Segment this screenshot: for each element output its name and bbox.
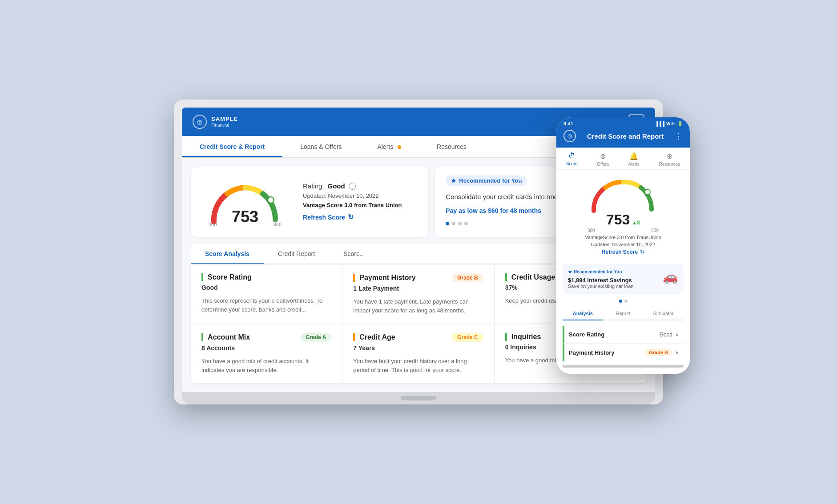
score-rating-desc: This score represents your creditworthin… <box>201 296 331 314</box>
account-mix-item: Account Mix Grade A 8 Accounts You have … <box>191 324 342 383</box>
payment-history-item: Payment History Grade B 1 Late Payment Y… <box>342 264 494 324</box>
mobile-alerts-icon: 🔔 <box>629 152 638 160</box>
mobile-nav-resources[interactable]: ⊕ Resources <box>659 152 680 167</box>
mobile-refresh-icon: ↻ <box>640 249 644 255</box>
mobile-car-icon: 🚗 <box>663 269 678 289</box>
mobile-status-icons: ▐▐▐ WiFi 🔋 <box>655 121 683 126</box>
mobile-more-icon[interactable]: ⋮ <box>675 131 683 141</box>
mobile-tab-report[interactable]: Report <box>603 307 644 320</box>
brand-logo-icon: ◎ <box>193 115 207 129</box>
score-rating-title-wrapper: Score Rating <box>201 273 252 281</box>
mobile-header: ◎ Credit Score and Report ⋮ <box>556 126 690 148</box>
score-rating-header: Score Rating <box>201 273 331 281</box>
mobile-body: 753 ▲8 300 850 VantageScore 3.0 from Tra… <box>556 170 690 374</box>
mobile-tab-analysis[interactable]: Analysis <box>563 307 603 320</box>
tab-resources[interactable]: Resources <box>419 136 484 157</box>
tab-loans-offers[interactable]: Loans & Offers <box>282 136 359 157</box>
vantage-source: Trans Union <box>368 202 402 208</box>
svg-point-3 <box>268 197 274 203</box>
mobile-payment-history-right: Grade B ∨ <box>644 349 679 356</box>
mobile-payment-grade: Grade B <box>644 349 672 356</box>
mobile-nav-offers[interactable]: ⊗ Offers <box>597 152 609 167</box>
mobile-tab-simulator[interactable]: Simulator <box>643 307 684 320</box>
mobile-score-rating-label: Score Rating <box>569 331 604 338</box>
refresh-icon: ↻ <box>348 213 354 221</box>
inquiries-title-wrapper: Inquiries <box>505 333 541 341</box>
mobile-score-rating-chevron-icon: ∨ <box>675 332 679 338</box>
brand-name: SAMPLE <box>211 116 238 123</box>
carousel-dot-4[interactable] <box>464 222 468 225</box>
payment-history-title: Payment History <box>359 274 415 281</box>
account-mix-title-wrapper: Account Mix <box>201 333 250 341</box>
credit-age-title-wrapper: Credit Age <box>353 333 395 341</box>
mobile-home-bar <box>563 365 684 368</box>
mobile-nav: ⏱ Score ⊗ Offers 🔔 Alerts ⊕ Resources <box>556 148 690 170</box>
credit-score-gauge: 300 850 753 <box>205 177 285 226</box>
mobile-max-label: 850 <box>651 228 659 233</box>
battery-icon: 🔋 <box>677 121 683 126</box>
account-mix-header: Account Mix Grade A <box>201 333 331 342</box>
payment-history-desc: You have 1 late payment. Late payments c… <box>353 297 483 315</box>
credit-age-value: 7 Years <box>353 344 483 352</box>
alert-dot-icon <box>398 145 401 149</box>
mobile-payment-history-item[interactable]: Payment History Grade B ∨ <box>563 344 684 361</box>
mobile-gauge: 753 ▲8 300 850 VantageScore 3.0 from Tra… <box>563 176 684 260</box>
mobile-title: Credit Score and Report <box>576 132 675 140</box>
refresh-score-button[interactable]: Refresh Score ↻ <box>303 213 402 221</box>
mobile-dot-2[interactable] <box>624 300 628 303</box>
sub-tab-score-simulator[interactable]: Score... <box>329 244 379 264</box>
carousel-dot-3[interactable] <box>458 222 462 225</box>
mobile-score-rating-right: Good ∨ <box>660 332 679 338</box>
rating-row: Rating: Good i <box>303 182 402 190</box>
mobile-offers-icon: ⊗ <box>600 152 606 160</box>
mobile-rec-badge: ★ Recommended for You <box>568 269 658 274</box>
score-rating-value: Good <box>201 284 331 291</box>
mobile-score-icon: ⏱ <box>568 152 575 160</box>
rating-value: Good <box>328 182 345 190</box>
carousel-dot-2[interactable] <box>452 222 455 225</box>
recommended-cta-link[interactable]: Pay as low as $60 for 48 months <box>446 207 541 214</box>
mobile-rec-title: $1,894 Interest Savings <box>568 277 658 284</box>
vantage-text: Vantage Score 3.0 from Trans Union <box>303 202 402 208</box>
mobile-gauge-svg <box>588 176 659 216</box>
gauge-min-label: 300 <box>209 222 217 227</box>
account-mix-desc: You have a good mix of credit accounts. … <box>201 357 331 374</box>
sub-tab-score-analysis[interactable]: Score Analysis <box>191 244 264 264</box>
wifi-icon: WiFi <box>666 121 676 126</box>
mobile-updated-text: Updated: November 10, 2022 <box>591 242 655 247</box>
tab-credit-score-report[interactable]: Credit Score & Report <box>182 136 282 157</box>
updated-text: Updated: November 10, 2022 <box>303 192 402 199</box>
mobile-rec-text: ★ Recommended for You $1,894 Interest Sa… <box>568 269 658 289</box>
mobile-star-icon: ★ <box>568 269 572 274</box>
mobile-accordion: Score Rating Good ∨ Payment History Grad… <box>563 326 684 361</box>
credit-age-title: Credit Age <box>359 333 395 341</box>
credit-age-desc: You have built your credit history over … <box>353 357 483 374</box>
mobile-vantage-text: VantageScore 3.0 from TransUnion <box>585 235 661 240</box>
score-rating-item: Score Rating Good This score represents … <box>191 264 342 324</box>
sub-tab-credit-report[interactable]: Credit Report <box>264 244 329 264</box>
account-mix-title: Account Mix <box>208 333 250 341</box>
payment-history-title-wrapper: Payment History <box>353 274 415 282</box>
mobile-nav-score[interactable]: ⏱ Score <box>566 152 578 167</box>
rating-info-icon[interactable]: i <box>349 183 356 190</box>
mobile-nav-alerts[interactable]: 🔔 Alerts <box>628 152 640 167</box>
payment-history-value: 1 Late Payment <box>353 285 483 292</box>
recommended-badge: ★ Recommended for You <box>446 176 527 186</box>
tab-alerts[interactable]: Alerts <box>359 136 419 157</box>
mobile-recommended-card: ★ Recommended for You $1,894 Interest Sa… <box>563 264 684 294</box>
mobile-dot-1[interactable] <box>619 300 622 303</box>
carousel-dot-1[interactable] <box>446 222 449 225</box>
laptop-base <box>182 392 655 404</box>
mobile-brand-logo: ◎ <box>563 130 576 142</box>
account-mix-value: 8 Accounts <box>201 344 331 352</box>
mobile-score-rating-item[interactable]: Score Rating Good ∨ <box>563 326 684 344</box>
account-mix-grade: Grade A <box>300 333 331 342</box>
mobile-score-display: 753 ▲8 <box>606 212 640 228</box>
inquiries-title: Inquiries <box>511 333 541 340</box>
mobile-rec-sub: Save on your existing car loan. <box>568 284 658 289</box>
credit-usage-title: Credit Usage <box>511 273 555 281</box>
mobile-score-change: ▲8 <box>632 220 640 226</box>
mobile-refresh-button[interactable]: Refresh Score ↻ <box>602 249 644 255</box>
payment-history-header: Payment History Grade B <box>353 273 483 282</box>
brand: ◎ SAMPLE Financial <box>193 115 238 129</box>
